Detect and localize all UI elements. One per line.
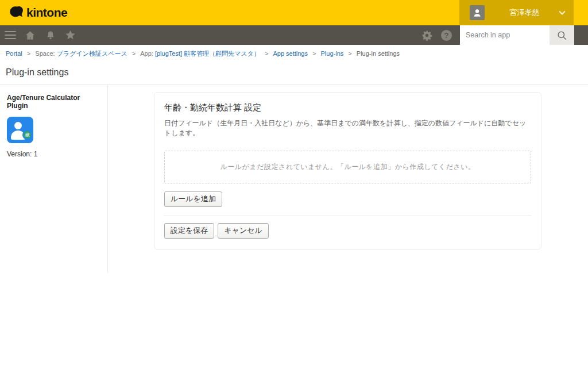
favorites-star-icon[interactable]	[64, 29, 76, 41]
breadcrumb-link-plugins[interactable]: Plug-ins	[321, 50, 344, 57]
settings-panel: 年齢・勤続年数計算 設定 日付フィールド（生年月日・入社日など）から、基準日まで…	[154, 92, 541, 250]
plugin-version: Version: 1	[7, 150, 100, 158]
content-area: Age/Tenure Calculator Plugin 歳 Version: …	[0, 85, 588, 273]
search-button[interactable]	[550, 25, 574, 45]
page-title: Plug-in settings	[0, 62, 588, 85]
breadcrumb-separator: >	[312, 50, 316, 57]
settings-gear-icon[interactable]	[421, 29, 433, 41]
breadcrumb: Portal > Space: プラグイン検証スペース > App: [plug…	[0, 45, 588, 62]
app-search	[460, 25, 574, 45]
add-rule-button[interactable]: ルールを追加	[164, 191, 222, 207]
save-settings-button[interactable]: 設定を保存	[164, 223, 214, 239]
breadcrumb-current: Plug-in settings	[357, 50, 400, 57]
search-icon	[556, 30, 567, 41]
hamburger-menu-icon[interactable]	[5, 31, 16, 40]
user-avatar	[470, 5, 485, 20]
nav-right-group: ?	[421, 25, 574, 45]
settings-heading: 年齢・勤続年数計算 設定	[164, 102, 531, 113]
plugin-sidebar: Age/Tenure Calculator Plugin 歳 Version: …	[0, 85, 108, 273]
settings-description: 日付フィールド（生年月日・入社日など）から、基準日までの満年数を計算し、指定の数…	[164, 118, 531, 138]
cybozu-mark-icon	[9, 6, 24, 20]
footer-buttons: 設定を保存 キャンセル	[164, 223, 531, 239]
panel-divider	[164, 216, 531, 216]
empty-rules-message: ルールがまだ設定されていません。「ルールを追加」から作成してください。	[164, 151, 531, 183]
chevron-down-icon	[559, 10, 566, 15]
breadcrumb-separator: >	[132, 50, 136, 57]
plugin-name: Age/Tenure Calculator Plugin	[7, 94, 100, 110]
settings-main: 年齢・勤続年数計算 設定 日付フィールド（生年月日・入社日など）から、基準日まで…	[108, 85, 541, 273]
plugin-badge-icon: 歳	[22, 130, 32, 140]
user-name: 宮澤孝慈	[493, 7, 556, 18]
notification-bell-icon[interactable]	[44, 29, 56, 41]
plugin-icon: 歳	[7, 117, 33, 143]
search-input[interactable]	[460, 25, 550, 45]
breadcrumb-separator: >	[27, 50, 30, 57]
help-icon[interactable]: ?	[441, 30, 452, 41]
breadcrumb-link-app[interactable]: [plugTest] 顧客管理（顧問先マスタ）	[155, 50, 260, 57]
breadcrumb-link-app-settings[interactable]: App settings	[273, 50, 308, 57]
nav-bar: ?	[0, 25, 588, 45]
home-icon[interactable]	[24, 29, 36, 41]
top-bar: kintone 宮澤孝慈	[0, 0, 588, 25]
breadcrumb-space-prefix: Space:	[35, 50, 56, 57]
kintone-logo-text: kintone	[26, 6, 67, 20]
cancel-button[interactable]: キャンセル	[218, 223, 269, 239]
breadcrumb-link-space[interactable]: プラグイン検証スペース	[57, 50, 127, 57]
user-menu[interactable]: 宮澤孝慈	[459, 0, 574, 25]
kintone-logo[interactable]: kintone	[0, 6, 67, 20]
breadcrumb-link-portal[interactable]: Portal	[6, 50, 22, 57]
breadcrumb-separator: >	[348, 50, 351, 57]
breadcrumb-separator: >	[265, 50, 268, 57]
nav-left-group	[0, 29, 76, 41]
breadcrumb-app-prefix: App:	[140, 50, 155, 57]
